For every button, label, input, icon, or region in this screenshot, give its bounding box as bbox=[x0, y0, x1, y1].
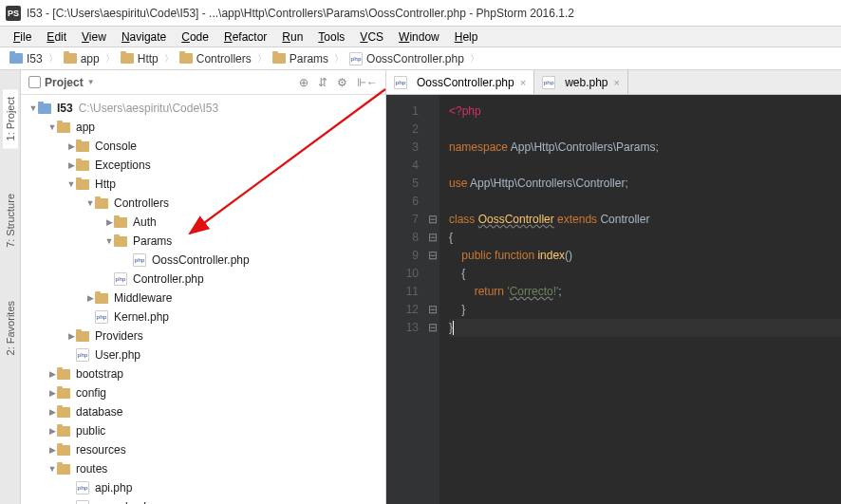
scroll-icon[interactable]: ⇵ bbox=[318, 76, 327, 89]
tree-row[interactable]: ▶Exceptions bbox=[21, 156, 385, 175]
close-icon[interactable]: × bbox=[614, 77, 620, 88]
hide-icon[interactable]: ⊩← bbox=[357, 76, 378, 89]
code-line[interactable]: return 'Correcto!'; bbox=[449, 283, 841, 301]
code-area[interactable]: <?php namespace App\Http\Controllers\Par… bbox=[439, 95, 841, 504]
left-tab[interactable]: 2: Favorites bbox=[3, 293, 18, 363]
tree-row[interactable]: ▶Console bbox=[21, 137, 385, 156]
tree-row[interactable]: ▶bootstrap bbox=[21, 364, 385, 383]
gear-icon[interactable]: ⚙ bbox=[337, 76, 347, 89]
breadcrumb-item[interactable]: Http bbox=[117, 52, 162, 65]
editor-tab[interactable]: phpOossController.php× bbox=[386, 70, 534, 94]
fold-marker[interactable] bbox=[426, 283, 439, 301]
fold-marker[interactable]: ⊟ bbox=[426, 301, 439, 319]
tree-row[interactable]: ▶resources bbox=[21, 440, 385, 459]
tree-arrow-icon[interactable]: ▼ bbox=[66, 179, 76, 189]
code-line[interactable] bbox=[449, 121, 841, 139]
tree-arrow-icon[interactable]: ▶ bbox=[47, 369, 57, 379]
fold-marker[interactable] bbox=[426, 265, 439, 283]
editor-body[interactable]: 12345678910111213 ⊟⊟⊟ ⊟⊟ <?php namespace… bbox=[386, 95, 841, 504]
chevron-down-icon[interactable]: ▼ bbox=[28, 103, 38, 113]
fold-marker[interactable]: ⊟ bbox=[426, 211, 439, 229]
editor-tab[interactable]: phpweb.php× bbox=[534, 70, 628, 94]
code-line[interactable] bbox=[449, 193, 841, 211]
tree-row[interactable]: ▼Http bbox=[21, 175, 385, 194]
menu-edit[interactable]: Edit bbox=[39, 28, 74, 46]
fold-marker[interactable] bbox=[426, 121, 439, 139]
left-tab[interactable]: 7: Structure bbox=[3, 186, 18, 255]
tree-row[interactable]: ▼Params bbox=[21, 232, 385, 251]
breadcrumb-item[interactable]: Controllers bbox=[176, 52, 255, 65]
fold-marker[interactable] bbox=[426, 103, 439, 121]
tree-arrow-icon[interactable]: ▶ bbox=[47, 407, 57, 417]
tree-arrow-icon[interactable]: ▶ bbox=[104, 217, 114, 227]
tree-row[interactable]: ▶public bbox=[21, 421, 385, 440]
breadcrumb-item[interactable]: phpOossController.php bbox=[346, 52, 468, 65]
tree-arrow-icon[interactable]: ▼ bbox=[104, 236, 114, 246]
code-line[interactable]: <?php bbox=[449, 103, 841, 121]
php-file-icon: php bbox=[76, 348, 89, 362]
menu-vcs[interactable]: VCS bbox=[352, 28, 391, 46]
menu-view[interactable]: View bbox=[74, 28, 114, 46]
tree-arrow-icon[interactable]: ▼ bbox=[85, 198, 95, 208]
code-line[interactable]: public function index() bbox=[449, 247, 841, 265]
close-icon[interactable]: × bbox=[520, 77, 526, 88]
tree-label: database bbox=[76, 405, 122, 419]
collapse-icon[interactable]: ⊕ bbox=[299, 76, 308, 89]
tree-root[interactable]: ▼ I53 C:\Users\aespiritu\Code\I53 bbox=[21, 99, 385, 118]
tree-row[interactable]: ▶database bbox=[21, 402, 385, 421]
code-line[interactable]: } bbox=[449, 301, 841, 319]
tree-arrow-icon[interactable]: ▼ bbox=[47, 122, 57, 132]
tree-row[interactable]: ▼app bbox=[21, 118, 385, 137]
tree-row[interactable]: phpUser.php bbox=[21, 345, 385, 364]
fold-marker[interactable]: ⊟ bbox=[426, 319, 439, 337]
fold-marker[interactable]: ⊟ bbox=[426, 247, 439, 265]
tree-arrow-icon[interactable]: ▶ bbox=[66, 331, 76, 341]
tree-row[interactable]: ▼routes bbox=[21, 459, 385, 478]
tree-arrow-icon[interactable]: ▶ bbox=[66, 160, 76, 170]
tree-row[interactable]: ▶Middleware bbox=[21, 289, 385, 308]
tree-row[interactable]: ▶Auth bbox=[21, 213, 385, 232]
code-line[interactable]: namespace App\Http\Controllers\Params; bbox=[449, 139, 841, 157]
menu-tools[interactable]: Tools bbox=[310, 28, 352, 46]
code-line[interactable]: } bbox=[449, 319, 841, 337]
fold-column[interactable]: ⊟⊟⊟ ⊟⊟ bbox=[426, 95, 439, 504]
left-tab[interactable]: 1: Project bbox=[3, 89, 18, 148]
code-line[interactable]: { bbox=[449, 229, 841, 247]
tree-arrow-icon[interactable]: ▶ bbox=[66, 141, 76, 151]
project-tree[interactable]: ▼ I53 C:\Users\aespiritu\Code\I53 ▼app▶C… bbox=[21, 95, 385, 504]
menu-refactor[interactable]: Refactor bbox=[216, 28, 274, 46]
tree-row[interactable]: ▼Controllers bbox=[21, 194, 385, 213]
project-panel-title[interactable]: Project ▼ bbox=[28, 76, 299, 89]
tree-row[interactable]: phpconsole.php bbox=[21, 497, 385, 504]
code-line[interactable] bbox=[449, 157, 841, 175]
code-line[interactable]: { bbox=[449, 265, 841, 283]
tree-arrow-icon[interactable]: ▶ bbox=[47, 426, 57, 436]
menu-file[interactable]: File bbox=[6, 28, 39, 46]
tree-row[interactable]: phpapi.php bbox=[21, 478, 385, 497]
tree-row[interactable]: phpController.php bbox=[21, 270, 385, 289]
tree-arrow-icon[interactable]: ▶ bbox=[47, 388, 57, 398]
tree-label: User.php bbox=[95, 348, 140, 362]
code-line[interactable]: use App\Http\Controllers\Controller; bbox=[449, 175, 841, 193]
tree-row[interactable]: phpKernel.php bbox=[21, 308, 385, 327]
menu-code[interactable]: Code bbox=[174, 28, 216, 46]
tree-row[interactable]: phpOossController.php bbox=[21, 251, 385, 270]
tree-row[interactable]: ▶config bbox=[21, 383, 385, 402]
fold-marker[interactable] bbox=[426, 193, 439, 211]
breadcrumb-item[interactable]: I53 bbox=[6, 52, 47, 65]
tree-arrow-icon[interactable]: ▶ bbox=[85, 293, 95, 303]
code-line[interactable]: class OossController extends Controller bbox=[449, 211, 841, 229]
tree-arrow-icon[interactable]: ▶ bbox=[47, 445, 57, 455]
fold-marker[interactable] bbox=[426, 175, 439, 193]
menu-run[interactable]: Run bbox=[274, 28, 310, 46]
tree-row[interactable]: ▶Providers bbox=[21, 327, 385, 345]
fold-marker[interactable] bbox=[426, 139, 439, 157]
tree-arrow-icon[interactable]: ▼ bbox=[47, 464, 57, 474]
fold-marker[interactable]: ⊟ bbox=[426, 229, 439, 247]
menu-help[interactable]: Help bbox=[447, 28, 486, 46]
menu-window[interactable]: Window bbox=[391, 28, 447, 46]
breadcrumb-item[interactable]: Params bbox=[269, 52, 332, 65]
breadcrumb-item[interactable]: app bbox=[60, 52, 103, 65]
menu-navigate[interactable]: Navigate bbox=[114, 28, 174, 46]
fold-marker[interactable] bbox=[426, 157, 439, 175]
